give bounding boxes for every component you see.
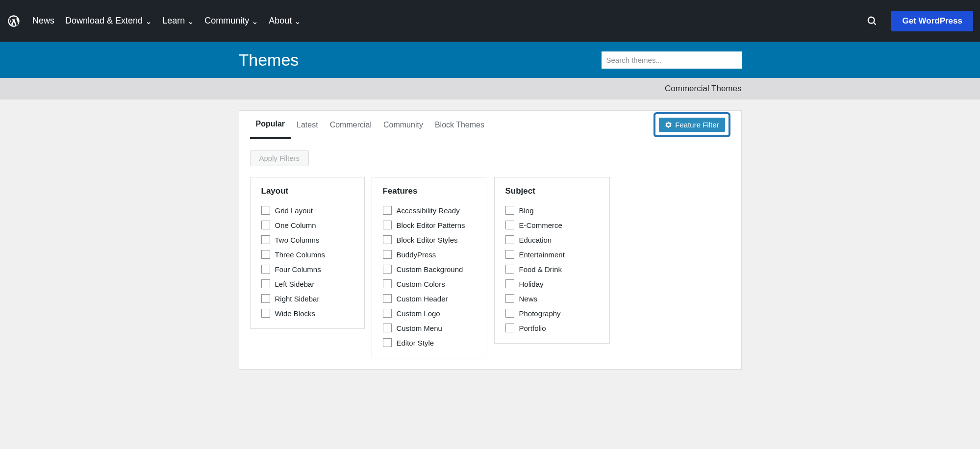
filter-option[interactable]: Custom Background (383, 265, 476, 274)
nav-item-community[interactable]: Community (204, 16, 258, 26)
checkbox-icon[interactable] (505, 324, 514, 332)
checkbox-icon[interactable] (505, 206, 514, 215)
filter-option[interactable]: Accessibility Ready (383, 206, 476, 215)
apply-filters-button[interactable]: Apply Filters (250, 150, 309, 166)
filter-option[interactable]: Entertainment (505, 250, 599, 259)
checkbox-icon[interactable] (383, 294, 392, 303)
svg-line-1 (874, 22, 876, 25)
filter-option[interactable]: Custom Colors (383, 279, 476, 288)
search-icon[interactable] (867, 16, 878, 26)
checkbox-icon[interactable] (383, 206, 392, 215)
filter-option[interactable]: Education (505, 235, 599, 244)
main-content: PopularLatestCommercialCommunityBlock Th… (239, 110, 742, 370)
checkbox-icon[interactable] (505, 309, 514, 318)
wordpress-logo-icon[interactable] (7, 14, 21, 28)
nav-item-label: News (32, 16, 54, 26)
filter-column-layout: LayoutGrid LayoutOne ColumnTwo ColumnsTh… (250, 177, 365, 329)
filter-option[interactable]: Grid Layout (261, 206, 353, 215)
filter-option[interactable]: One Column (261, 221, 353, 229)
checkbox-icon[interactable] (383, 279, 392, 288)
checkbox-icon[interactable] (261, 265, 270, 274)
filters-area: Apply Filters LayoutGrid LayoutOne Colum… (239, 139, 741, 369)
nav-item-label: Learn (162, 16, 185, 26)
filter-option-label: Custom Header (397, 295, 448, 303)
nav-item-learn[interactable]: Learn (162, 16, 194, 26)
filter-option-label: Left Sidebar (275, 280, 315, 288)
chevron-down-icon (188, 18, 194, 24)
filter-option-label: Custom Background (397, 265, 463, 274)
filter-option-label: Entertainment (519, 250, 565, 259)
checkbox-icon[interactable] (505, 221, 514, 229)
filter-option[interactable]: Blog (505, 206, 599, 215)
checkbox-icon[interactable] (383, 324, 392, 332)
themes-banner: Themes (0, 42, 980, 78)
filter-option[interactable]: Four Columns (261, 265, 353, 274)
filter-column-subject: SubjectBlogE-CommerceEducationEntertainm… (494, 177, 610, 344)
feature-filter-label: Feature Filter (675, 121, 719, 129)
search-themes-input[interactable] (602, 51, 742, 69)
checkbox-icon[interactable] (261, 206, 270, 215)
filter-option-label: Custom Logo (397, 309, 440, 318)
filter-option[interactable]: E-Commerce (505, 221, 599, 229)
filter-option[interactable]: Left Sidebar (261, 279, 353, 288)
filter-option-label: Wide Blocks (275, 309, 316, 318)
tab-block-themes[interactable]: Block Themes (429, 112, 490, 138)
checkbox-icon[interactable] (261, 294, 270, 303)
filter-option-label: Custom Colors (397, 280, 445, 288)
checkbox-icon[interactable] (505, 294, 514, 303)
filter-option-label: Food & Drink (519, 265, 562, 274)
checkbox-icon[interactable] (261, 235, 270, 244)
filter-option[interactable]: Holiday (505, 279, 599, 288)
filter-option-label: News (519, 295, 538, 303)
filter-option[interactable]: Portfolio (505, 324, 599, 332)
filter-option[interactable]: Wide Blocks (261, 309, 353, 318)
checkbox-icon[interactable] (505, 279, 514, 288)
filter-columns: LayoutGrid LayoutOne ColumnTwo ColumnsTh… (250, 177, 730, 358)
checkbox-icon[interactable] (261, 309, 270, 318)
filter-option-label: Education (519, 236, 552, 244)
filter-option[interactable]: Food & Drink (505, 265, 599, 274)
filter-option[interactable]: Photography (505, 309, 599, 318)
feature-filter-button[interactable]: Feature Filter (659, 118, 725, 132)
nav-item-news[interactable]: News (32, 16, 54, 26)
filter-option[interactable]: Three Columns (261, 250, 353, 259)
filter-option[interactable]: Block Editor Patterns (383, 221, 476, 229)
filter-option[interactable]: Right Sidebar (261, 294, 353, 303)
filter-option-label: One Column (275, 221, 316, 229)
checkbox-icon[interactable] (383, 221, 392, 229)
commercial-themes-link[interactable]: Commercial Themes (665, 84, 742, 94)
filter-column-features: FeaturesAccessibility ReadyBlock Editor … (372, 177, 487, 358)
get-wordpress-button[interactable]: Get WordPress (891, 11, 973, 31)
checkbox-icon[interactable] (261, 279, 270, 288)
filter-option[interactable]: Custom Menu (383, 324, 476, 332)
filter-option-label: Blog (519, 206, 534, 215)
filter-option[interactable]: Custom Logo (383, 309, 476, 318)
filter-option-label: Photography (519, 309, 561, 318)
tab-commercial[interactable]: Commercial (324, 112, 377, 138)
tab-community[interactable]: Community (377, 112, 429, 138)
tab-popular[interactable]: Popular (250, 111, 291, 139)
filter-option[interactable]: Editor Style (383, 338, 476, 347)
checkbox-icon[interactable] (383, 309, 392, 318)
checkbox-icon[interactable] (505, 235, 514, 244)
checkbox-icon[interactable] (383, 338, 392, 347)
filter-option[interactable]: BuddyPress (383, 250, 476, 259)
checkbox-icon[interactable] (261, 221, 270, 229)
nav-item-about[interactable]: About (269, 16, 301, 26)
checkbox-icon[interactable] (383, 265, 392, 274)
filter-option[interactable]: News (505, 294, 599, 303)
chevron-down-icon (252, 18, 258, 24)
checkbox-icon[interactable] (261, 250, 270, 259)
checkbox-icon[interactable] (383, 250, 392, 259)
checkbox-icon[interactable] (505, 250, 514, 259)
checkbox-icon[interactable] (383, 235, 392, 244)
filter-option[interactable]: Two Columns (261, 235, 353, 244)
feature-filter-highlight: Feature Filter (653, 112, 730, 137)
nav-item-download-extend[interactable]: Download & Extend (65, 16, 151, 26)
filter-option[interactable]: Block Editor Styles (383, 235, 476, 244)
checkbox-icon[interactable] (505, 265, 514, 274)
tab-latest[interactable]: Latest (291, 112, 324, 138)
top-navigation: NewsDownload & ExtendLearnCommunityAbout… (0, 0, 980, 42)
filter-option[interactable]: Custom Header (383, 294, 476, 303)
filter-option-label: Holiday (519, 280, 544, 288)
